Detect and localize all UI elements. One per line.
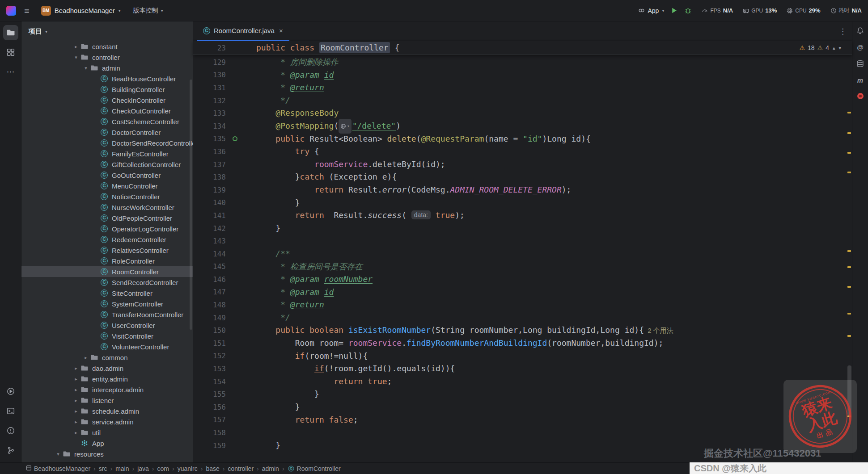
code-line[interactable]: 148 * @return (193, 298, 852, 311)
line-number[interactable]: 143 (193, 237, 226, 245)
tree-item-checkoutcontroller[interactable]: CCheckOutController (21, 105, 193, 116)
code-line[interactable]: 147 * @param id (193, 286, 852, 299)
tab-roomcontroller[interactable]: C RoomController.java × (197, 21, 289, 41)
code-line[interactable]: 154 return true; (193, 375, 852, 388)
tree-item-beadhousecontroller[interactable]: CBeadHouseController (21, 73, 193, 84)
code-line[interactable]: 158 (193, 426, 852, 439)
prev-issue-icon[interactable]: ▴ (833, 45, 835, 51)
project-tool-icon[interactable] (3, 25, 18, 40)
line-number[interactable]: 149 (193, 314, 226, 322)
tree-item-admin[interactable]: ▾admin (21, 63, 193, 73)
tree-item-menucontroller[interactable]: CMenuController (21, 180, 193, 191)
line-number[interactable]: 134 (193, 122, 226, 130)
code-line[interactable]: 151 Room room= roomService.findByRoomNum… (193, 337, 852, 350)
chevron-right-icon[interactable]: ▸ (72, 419, 80, 425)
tree-item-doctorcontroller[interactable]: CDoctorController (21, 127, 193, 138)
line-number[interactable]: 155 (193, 390, 226, 398)
line-number[interactable]: 159 (193, 441, 226, 450)
code-line[interactable]: 149 */ (193, 311, 852, 324)
warning-stripe-mark[interactable] (847, 132, 851, 134)
chevron-right-icon[interactable]: ▸ (72, 387, 80, 393)
chevron-right-icon[interactable]: ▸ (72, 398, 80, 403)
debug-button[interactable] (684, 7, 692, 14)
tree-item-noticecontroller[interactable]: CNoticeController (21, 191, 193, 202)
line-number[interactable]: 146 (193, 275, 226, 284)
tree-item-util[interactable]: ▸util (21, 427, 193, 438)
tree-item-common[interactable]: ▸common (21, 352, 193, 363)
code-line[interactable]: 150 public boolean isExistRoomNumber(Str… (193, 324, 852, 337)
warning-stripe-mark[interactable] (847, 172, 851, 173)
tree-item-nurseworkcontroller[interactable]: CNurseWorkController (21, 202, 193, 213)
vcs-menu[interactable]: 版本控制 ▾ (130, 5, 167, 17)
code-line[interactable]: 153 if(!room.getId().equals(id)){ (193, 362, 852, 375)
project-selector[interactable]: BM BeadhouseManager ▾ (38, 4, 124, 17)
code-line[interactable]: 137 roomService.deleteById(id); (193, 158, 852, 171)
line-number[interactable]: 138 (193, 173, 226, 181)
code-line[interactable]: 132 */ (193, 94, 852, 107)
warning-stripe-mark[interactable] (847, 152, 851, 154)
line-number[interactable]: 133 (193, 109, 226, 117)
tree-item-familyescontroller[interactable]: CFamilyEsController (21, 148, 193, 159)
code-line[interactable]: 143 (193, 235, 852, 247)
line-number[interactable]: 156 (193, 403, 226, 411)
line-number[interactable]: 140 (193, 198, 226, 207)
warning-stripe-mark[interactable] (847, 313, 851, 315)
code-line[interactable]: 141 return Result.success( data: true); (193, 209, 852, 222)
warning-stripe-mark[interactable] (847, 286, 851, 288)
tree-item-interceptor.admin[interactable]: ▸interceptor.admin (21, 384, 193, 395)
structure-tool-icon[interactable] (3, 45, 18, 60)
tree-item-checkincontroller[interactable]: CCheckInController (21, 95, 193, 105)
tree-item-doctorsendrecordcontroller[interactable]: CDoctorSendRecordController (21, 138, 193, 148)
tree-item-relativescontroller[interactable]: CRelativesController (21, 245, 193, 256)
line-number[interactable]: 142 (193, 224, 226, 233)
line-number[interactable]: 139 (193, 186, 226, 194)
notifications-icon[interactable] (856, 27, 864, 34)
code-line[interactable]: 155 } (193, 388, 852, 401)
code-line[interactable]: 130 * @param id (193, 69, 852, 82)
breadcrumb-item-com[interactable]: com (157, 465, 169, 472)
line-number[interactable]: 148 (193, 301, 226, 309)
tree-item-service.admin[interactable]: ▸service.admin (21, 416, 193, 427)
url-mapping-inlay[interactable]: ▾ (339, 119, 351, 134)
tree-item-listener[interactable]: ▸listener (21, 395, 193, 406)
tree-item-rolecontroller[interactable]: CRoleController (21, 256, 193, 266)
chevron-down-icon[interactable]: ▾ (81, 65, 90, 71)
line-number[interactable]: 157 (193, 415, 226, 424)
tree-item-entity.admin[interactable]: ▸entity.admin (21, 373, 193, 384)
tree-item-constant[interactable]: ▸constant (21, 41, 193, 52)
breadcrumb-item-src[interactable]: src (99, 465, 107, 472)
code-line[interactable]: 157 return false; (193, 414, 852, 427)
chevron-right-icon[interactable]: ▸ (72, 430, 80, 436)
tree-item-app[interactable]: App (21, 438, 193, 449)
line-number[interactable]: 147 (193, 288, 226, 296)
line-number[interactable]: 151 (193, 339, 226, 348)
line-number[interactable]: 136 (193, 147, 226, 156)
line-number[interactable]: 152 (193, 352, 226, 360)
code-line[interactable]: 156 } (193, 401, 852, 414)
tree-item-giftcollectioncontroller[interactable]: CGiftCollectionController (21, 159, 193, 170)
code-line[interactable]: 133 @ResponseBody (193, 107, 852, 120)
sticky-header-line[interactable]: 23 public class RoomController { (193, 41, 852, 55)
line-number[interactable]: 135 (193, 134, 226, 143)
tree-item-systemcontroller[interactable]: CSystemController (21, 298, 193, 309)
more-tools-icon[interactable]: ⋯ (3, 64, 18, 80)
tree-scrollbar[interactable] (190, 80, 192, 330)
tree-item-sendrecordcontroller[interactable]: CSendRecordController (21, 277, 193, 288)
code-line[interactable]: 144 /** (193, 247, 852, 260)
tree-item-controller[interactable]: ▾controller (21, 52, 193, 63)
line-number[interactable]: 153 (193, 365, 226, 373)
line-number[interactable]: 132 (193, 96, 226, 105)
warning-stripe-mark[interactable] (847, 266, 851, 268)
chevron-down-icon[interactable]: ▾ (54, 451, 63, 457)
run-config-selector[interactable]: App ▾ (638, 7, 665, 14)
breadcrumb-item-controller[interactable]: controller (228, 465, 254, 472)
git-tool-icon[interactable] (3, 443, 18, 458)
code-line[interactable]: 146 * @param roomNumber (193, 273, 852, 286)
line-number[interactable]: 150 (193, 326, 226, 335)
warning-stripe-mark[interactable] (847, 112, 851, 113)
code-line[interactable]: 140 } (193, 197, 852, 210)
line-number[interactable]: 141 (193, 211, 226, 220)
inspections-widget[interactable]: ⚠ 18 ⚠ 4 ▴ ▾ (799, 42, 841, 53)
code-line[interactable]: 129 * 房间删除操作 (193, 56, 852, 69)
run-tool-icon[interactable] (3, 384, 18, 399)
